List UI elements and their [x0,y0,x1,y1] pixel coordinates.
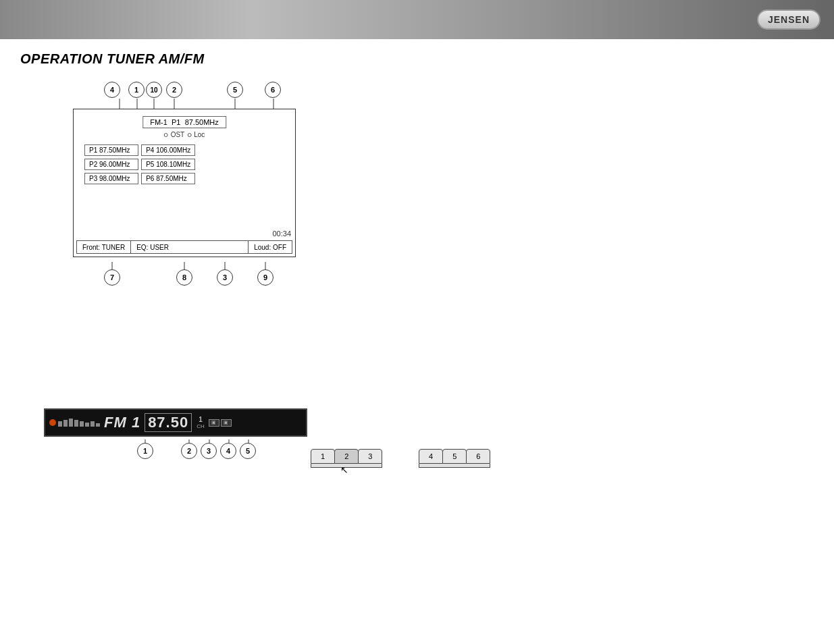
brand-logo: JENSEN [757,9,820,30]
indicator-row: OST Loc [164,131,205,138]
bar-segments [58,419,100,427]
status-bar: Front: TUNER EQ: USER Loud: OFF [76,240,292,254]
tab-4[interactable]: 4 [419,449,443,464]
preset-p4: P4 106.00MHz [141,144,195,156]
main-diagram: 4 1 10 2 5 6 FM-1 P1 87.50MHz [61,82,351,291]
bubble-6: 6 [265,82,281,98]
icon-boxes: ▣ ▣ [209,419,232,427]
preset-p3: P3 98.00MHz [84,173,138,184]
tab-6[interactable]: 6 [466,449,490,464]
tab-row-1: 1 2 ↖ 3 [311,449,382,464]
front-bubble-5: 5 [240,443,256,459]
bubble-2: 2 [166,82,182,98]
header-bar: JENSEN [0,0,834,39]
presets-grid: P1 87.50MHz P4 106.00MHz P2 96.00MHz P5 … [84,144,195,184]
bubble-3: 3 [217,269,233,286]
power-dot [49,419,56,426]
tab-3[interactable]: 3 [358,449,382,464]
preset-p1: P1 87.50MHz [84,144,138,156]
status-source: Front: TUNER [77,241,131,253]
tab-2[interactable]: 2 ↖ [334,449,359,464]
bubble-9: 9 [257,269,273,286]
time-display: 00:34 [272,230,291,238]
button-group-1: 1 2 ↖ 3 [311,449,382,468]
front-bubble-1: 1 [137,443,153,459]
preset-p5: P5 108.10MHz [141,159,195,170]
bubble-1: 1 [128,82,145,98]
bubble-10: 10 [146,82,162,98]
front-display-box: FM 1 87.50 1 CH ▣ ▣ [44,408,307,437]
tab-bottom-bar-2 [419,464,490,468]
front-bubble-2: 2 [181,443,197,459]
front-bubble-3: 3 [201,443,217,459]
page-title: OPERATION TUNER AM/FM [20,51,814,67]
front-display-section: FM 1 87.50 1 CH ▣ ▣ [44,408,307,460]
main-content: OPERATION TUNER AM/FM 4 1 10 [0,39,834,317]
button-group-2: 4 5 6 [419,449,490,468]
preset-p2: P2 96.00MHz [84,159,138,170]
tab-5[interactable]: 5 [442,449,467,464]
bubble-4: 4 [104,82,120,98]
loc-dot [187,133,191,137]
tab-1[interactable]: 1 [311,449,335,464]
ost-dot [164,133,168,137]
front-bubble-4: 4 [220,443,236,459]
freq-label: 87.50 [145,413,192,432]
preset-indicator: 1 CH [197,416,205,429]
band-label: FM 1 [104,414,140,431]
front-bubble-row: 1 2 3 4 5 [44,439,307,460]
bubble-7: 7 [104,269,120,286]
front-callout-svg [44,439,307,460]
bubble-8: 8 [176,269,192,286]
status-eq: EQ: USER [131,241,249,253]
tab-row-2: 4 5 6 [419,449,490,464]
main-display: FM-1 P1 87.50MHz [142,116,226,128]
preset-p6: P6 87.50MHz [141,173,195,184]
device-box: FM-1 P1 87.50MHz OST Loc P1 87.50MHz P4 … [73,109,296,257]
bubble-5: 5 [227,82,243,98]
status-loud: Loud: OFF [249,241,292,253]
